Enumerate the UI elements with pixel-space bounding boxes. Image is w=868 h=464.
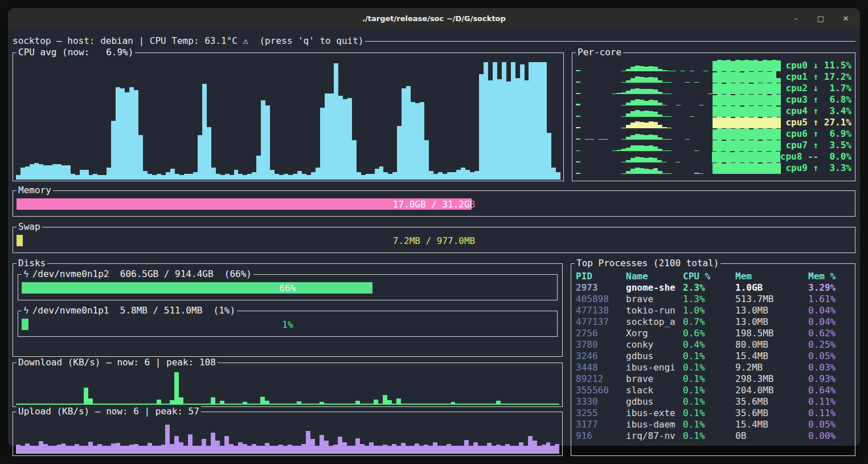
process-cell: ibus-daem: [626, 419, 683, 430]
upload-bar: [234, 446, 238, 454]
cpu_avg-bar: [493, 62, 497, 180]
cpu1-spark-bar: [758, 72, 763, 83]
process-cell: 1.0%: [683, 305, 735, 316]
cpu5-spark-bar: [744, 117, 749, 128]
cpu4-spark-bar: [772, 105, 776, 117]
upload-bar: [519, 442, 523, 454]
cpu5-spark-bar: [717, 117, 722, 128]
cpu8-spark-bar: [716, 151, 721, 162]
cpu_avg-bar: [148, 174, 152, 180]
download-bar: [93, 404, 97, 405]
cpu_avg-bar: [411, 102, 415, 180]
disk-nvme0n1p2-meter: 66% 66%: [22, 282, 554, 294]
minimize-button-icon[interactable]: –: [792, 14, 800, 23]
cpu3-sparkline: [576, 94, 781, 105]
process-cell: 3246: [576, 351, 626, 362]
download-title: Download (KB/s) — now: 6 | peak: 108: [17, 357, 218, 368]
upload-bar: [269, 446, 274, 454]
percore-row-cpu3: cpu3 ↑ 6.8%: [576, 94, 853, 105]
disk-nvme0n1p2-panel: ϟ/dev/nvme0n1p2 606.5GB / 914.4GB (66%) …: [18, 274, 558, 300]
upload-bar: [392, 444, 396, 454]
cpu_avg-bar: [397, 126, 402, 180]
cpu3-spark-bar: [649, 100, 653, 105]
download-bar: [374, 400, 378, 405]
cpu_avg-bar: [198, 135, 202, 180]
cpu_avg-bar: [270, 170, 275, 180]
cpu_avg-bar: [193, 172, 198, 180]
download-bar: [48, 404, 52, 405]
download-bar: [406, 404, 410, 405]
cpu_avg-bar: [62, 165, 66, 180]
upload-bar: [134, 444, 138, 454]
download-bar: [283, 404, 288, 405]
download-bar: [57, 404, 62, 405]
cpu_avg-bar: [80, 170, 84, 180]
download-bar: [528, 404, 533, 405]
disk-nvme0n1p1-percent: 1%: [22, 319, 554, 330]
cpu1-spark-bar: [649, 77, 653, 83]
download-bar: [482, 404, 487, 405]
cpu7-spark-bar: [640, 145, 644, 151]
cpu8-spark-bar: [712, 152, 716, 162]
cpu9-spark-bar: [644, 169, 649, 174]
cpu8-spark-bar: [735, 151, 739, 162]
cpu2-spark-bar: [744, 83, 749, 94]
download-bar: [365, 404, 369, 405]
process-cell: socktop_a: [626, 316, 683, 328]
download-bar: [111, 404, 116, 405]
process-cell: 9.2MB: [735, 362, 808, 373]
cpu4-spark-bar: [726, 105, 731, 117]
cpu_avg-bar: [189, 174, 193, 180]
process-cell: 0.11%: [808, 408, 850, 419]
process-cell: 35.6MB: [735, 408, 808, 419]
cpu3-spark-bar: [758, 95, 763, 105]
window-titlebar[interactable]: ./target/release/soc ~/D/G/socktop – □ ✕: [8, 8, 860, 29]
upload-bar: [415, 443, 419, 454]
process-cell: 513.7MB: [735, 294, 808, 305]
download-bar: [21, 404, 25, 405]
cpu2-spark-bar: [640, 89, 644, 94]
cpu5-spark-bar: [713, 117, 717, 128]
cpu5-spark-bar: [640, 122, 644, 128]
upload-bar: [315, 446, 320, 454]
download-bar: [170, 400, 174, 405]
upload-bar: [460, 446, 464, 454]
cpu_avg-bar: [484, 62, 488, 180]
cpu_avg-bar: [370, 174, 375, 180]
disk-nvme0n1p1-panel: ϟ/dev/nvme0n1p1 5.8MB / 511.0MB (1%) 1% …: [18, 311, 558, 337]
cpu2-spark-bar: [644, 89, 649, 94]
download-bar: [410, 404, 415, 405]
cpu6-spark-bar: [644, 135, 649, 140]
cpu4-spark-bar: [644, 111, 649, 117]
process-cell: gdbus: [626, 396, 683, 408]
download-bar: [342, 404, 347, 405]
upload-bar: [102, 446, 107, 454]
cpu7-spark-bar: [749, 140, 754, 151]
process-cell: 15.4MB: [735, 419, 808, 430]
upload-bar: [401, 443, 406, 454]
cpu_avg-bar: [243, 175, 247, 180]
upload-bar: [419, 446, 424, 454]
process-cell: 0.1%: [683, 408, 735, 419]
cpu2-spark-bar: [763, 83, 767, 94]
upload-bar: [464, 440, 469, 454]
cpu3-spark-bar: [640, 100, 644, 105]
disk-icon: ϟ: [23, 268, 32, 279]
cpu_avg-bar: [256, 156, 261, 180]
download-bar: [252, 404, 256, 405]
cpu0-sparkline: [576, 60, 781, 71]
download-bar: [537, 404, 542, 405]
download-bar: [269, 404, 274, 405]
close-button-icon[interactable]: ✕: [842, 14, 850, 23]
maximize-button-icon[interactable]: □: [817, 14, 825, 23]
cpu7-spark-bar: [644, 146, 649, 151]
cpu_avg-bar: [325, 93, 329, 180]
process-column-header: Mem %: [808, 271, 850, 282]
cpu8-spark-bar: [630, 158, 635, 162]
swap-meter: 7.2MB / 977.0MB 7.2MB / 977.0MB: [17, 235, 851, 246]
download-bar: [555, 404, 559, 405]
download-bar: [338, 404, 342, 405]
percore-row-cpu1: cpu1 ↑ 17.2%: [576, 71, 853, 83]
upload-bar: [369, 442, 374, 454]
upload-bar: [283, 446, 288, 454]
